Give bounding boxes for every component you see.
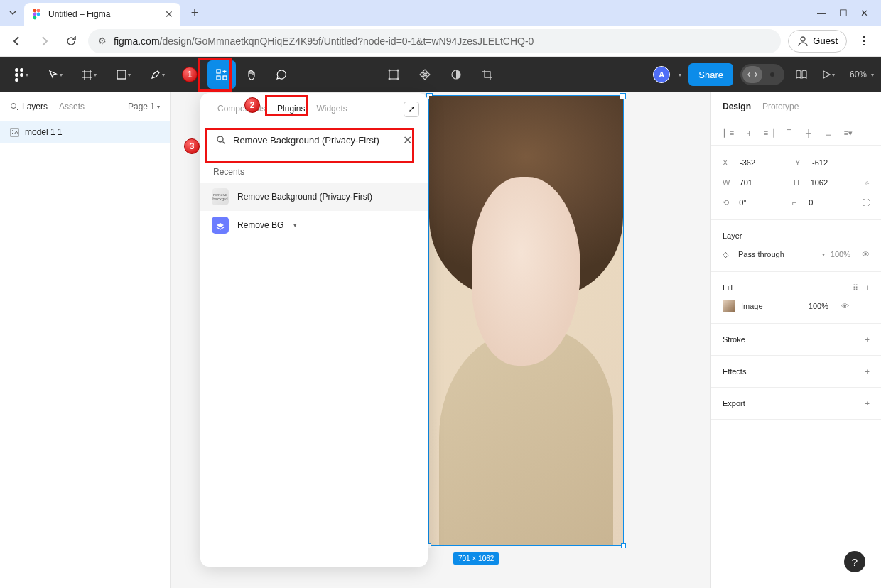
fill-opacity[interactable]: 100% — [809, 302, 828, 310]
maximize-icon[interactable]: ☐ — [839, 8, 848, 18]
svg-point-0 — [33, 9, 37, 13]
present-button[interactable]: ▾ — [818, 60, 843, 89]
alignment-controls: ▏≡ ⫞ ≡▕ ⎺ ┼ ⎽ ≡▾ — [711, 121, 881, 146]
page-selector[interactable]: Page 1▾ — [128, 102, 160, 111]
browser-menu-button[interactable]: ⋮ — [854, 31, 874, 51]
avatar-chevron-icon[interactable]: ▾ — [679, 72, 681, 78]
minimize-icon[interactable]: — — [817, 8, 826, 18]
share-button[interactable]: Share — [688, 63, 733, 86]
effects-header: Effects — [723, 367, 746, 376]
comment-tool[interactable] — [267, 60, 296, 89]
add-fill-icon[interactable]: + — [865, 283, 870, 292]
selected-image — [429, 96, 623, 545]
layer-item[interactable]: model 1 1 — [0, 121, 170, 143]
hand-tool[interactable] — [237, 60, 266, 89]
zoom-value: 60% — [850, 70, 867, 80]
prototype-tab[interactable]: Prototype — [762, 102, 799, 111]
svg-point-2 — [33, 13, 37, 16]
add-effect-icon[interactable]: + — [865, 367, 870, 376]
fill-visibility-icon[interactable]: 👁 — [841, 302, 849, 310]
reload-button[interactable] — [61, 31, 81, 51]
pen-tool[interactable]: ▾ — [144, 60, 176, 89]
svg-point-3 — [37, 13, 40, 16]
design-tab[interactable]: Design — [723, 102, 751, 111]
svg-rect-11 — [117, 70, 126, 79]
design-panel: Design Prototype ▏≡ ⫞ ≡▕ ⎺ ┼ ⎽ ≡▾ X-362Y… — [710, 92, 881, 588]
dimensions-badge: 701 × 1062 — [453, 552, 499, 565]
x-input[interactable]: -362 — [740, 158, 789, 167]
annotation-box-3 — [205, 128, 414, 163]
person-icon — [797, 36, 809, 47]
plugin-icon: removebackgrd — [212, 188, 229, 205]
add-export-icon[interactable]: + — [865, 399, 870, 408]
library-button[interactable] — [791, 60, 811, 89]
align-left-icon[interactable]: ▏≡ — [723, 126, 735, 139]
w-input[interactable]: 701 — [740, 178, 788, 187]
align-right-icon[interactable]: ≡▕ — [762, 126, 775, 139]
new-tab-button[interactable]: + — [185, 3, 205, 23]
shape-tool[interactable]: ▾ — [109, 60, 142, 89]
recent-plugin-item[interactable]: Remove BG ▾ — [200, 211, 428, 239]
visibility-icon[interactable]: 👁 — [862, 250, 870, 258]
export-header: Export — [723, 399, 745, 408]
constrain-icon[interactable]: ⟐ — [865, 178, 870, 187]
distribute-icon[interactable]: ≡▾ — [842, 126, 855, 139]
layers-tab[interactable]: Layers — [10, 102, 48, 111]
fill-type[interactable]: Image — [741, 302, 803, 310]
edit-object-tool[interactable] — [379, 60, 408, 89]
tab-list-dropdown[interactable] — [3, 3, 23, 23]
corner-input[interactable]: 0 — [809, 198, 856, 207]
remove-fill-icon[interactable]: — — [862, 302, 870, 310]
component-tool[interactable] — [411, 60, 439, 89]
add-stroke-icon[interactable]: + — [865, 335, 870, 344]
browser-tab-strip: Untitled – Figma ✕ + — ☐ ✕ — [0, 0, 881, 26]
help-button[interactable]: ? — [844, 551, 865, 572]
chevron-down-icon[interactable]: ▾ — [293, 222, 297, 229]
guest-profile-button[interactable]: Guest — [788, 30, 847, 53]
align-top-icon[interactable]: ⎺ — [782, 126, 795, 139]
url-text: figma.com/design/GoMmnaetkqnQHiqEZ4K95f/… — [114, 36, 771, 47]
svg-point-16 — [389, 70, 391, 72]
rotation-input[interactable]: 0° — [739, 198, 787, 207]
align-hcenter-icon[interactable]: ⫞ — [742, 126, 755, 139]
svg-point-1 — [37, 9, 40, 13]
components-tab[interactable]: Components — [213, 101, 270, 116]
y-input[interactable]: -612 — [812, 158, 862, 167]
plugin-label: Remove BG — [237, 220, 283, 230]
address-bar[interactable]: ⚙ figma.com/design/GoMmnaetkqnQHiqEZ4K95… — [88, 29, 781, 53]
svg-point-17 — [397, 70, 399, 72]
plugin-label: Remove Background (Privacy-First) — [237, 192, 372, 202]
layer-opacity[interactable]: 100% — [831, 250, 850, 258]
user-avatar[interactable]: A — [653, 66, 670, 83]
svg-rect-9 — [20, 73, 23, 77]
fill-swatch[interactable] — [723, 300, 735, 312]
site-settings-icon[interactable]: ⚙ — [98, 36, 107, 46]
zoom-control[interactable]: 60%▾ — [850, 70, 874, 80]
widgets-tab[interactable]: Widgets — [312, 101, 351, 116]
recent-plugin-item[interactable]: removebackgrd Remove Background (Privacy… — [200, 183, 428, 211]
assets-tab[interactable]: Assets — [59, 102, 85, 111]
image-layer-icon — [10, 128, 19, 137]
selection-frame[interactable] — [428, 95, 624, 546]
corners-expand-icon[interactable]: ⛶ — [862, 198, 870, 207]
crop-tool[interactable] — [473, 60, 502, 89]
move-tool[interactable]: ▾ — [41, 60, 74, 89]
browser-tab[interactable]: Untitled – Figma ✕ — [24, 3, 180, 26]
mask-tool[interactable] — [442, 60, 470, 89]
align-bottom-icon[interactable]: ⎽ — [822, 126, 835, 139]
main-menu-button[interactable]: ▾ — [7, 60, 40, 89]
close-tab-icon[interactable]: ✕ — [165, 9, 173, 20]
annotation-badge-2: 2 — [244, 97, 260, 113]
frame-tool[interactable]: ▾ — [75, 60, 108, 89]
align-vcenter-icon[interactable]: ┼ — [802, 126, 815, 139]
annotation-box-1 — [198, 58, 232, 92]
expand-panel-icon[interactable]: ⤢ — [404, 102, 419, 117]
back-button[interactable] — [7, 31, 27, 51]
close-window-icon[interactable]: ✕ — [860, 8, 868, 18]
dev-mode-toggle[interactable] — [740, 64, 784, 85]
h-input[interactable]: 1062 — [811, 178, 859, 187]
guest-label: Guest — [813, 36, 838, 46]
fill-styles-icon[interactable]: ⠿ — [853, 283, 858, 292]
stroke-header: Stroke — [723, 335, 745, 344]
blend-mode[interactable]: Pass through — [738, 250, 816, 258]
